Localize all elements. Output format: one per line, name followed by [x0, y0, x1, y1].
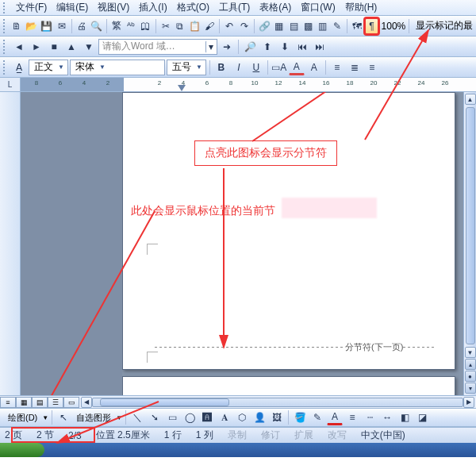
wordart-icon[interactable]: 𝐀 — [217, 410, 232, 425]
align-center-icon[interactable]: ≣ — [347, 60, 363, 75]
go-icon[interactable]: ➜ — [219, 39, 235, 55]
char-border-icon[interactable]: ▭A — [271, 60, 287, 75]
arrow-icon[interactable]: ➘ — [147, 410, 163, 425]
underline-button[interactable]: U — [248, 60, 264, 75]
research-icon[interactable]: 🕮 — [139, 18, 152, 34]
font-color-icon[interactable]: A — [327, 410, 343, 425]
menu-edit[interactable]: 编辑(E) — [52, 0, 93, 16]
web-view-icon[interactable]: ▦ — [16, 397, 32, 408]
scroll-down-icon[interactable]: ▼ — [465, 347, 476, 358]
forward-icon[interactable]: ► — [29, 39, 44, 55]
stop-icon[interactable]: ■ — [46, 39, 62, 55]
autoshapes-menu[interactable]: 自选图形 — [73, 412, 114, 424]
status-column[interactable]: 1 列 — [196, 429, 213, 442]
status-language[interactable]: 中文(中国) — [361, 429, 405, 442]
oval-icon[interactable]: ◯ — [182, 410, 198, 425]
find-icon[interactable]: 🔎 — [242, 39, 258, 55]
textbox-icon[interactable]: 🅰 — [199, 410, 215, 425]
status-record[interactable]: 录制 — [228, 429, 247, 442]
format-painter-icon[interactable]: 🖌 — [203, 18, 216, 34]
simplified-traditional-icon[interactable]: 繁 — [110, 18, 123, 34]
chevron-down-icon[interactable]: ▾ — [205, 40, 217, 53]
draw-menu[interactable]: 绘图(D) — [5, 412, 40, 424]
highlight-icon[interactable]: A — [306, 60, 322, 75]
menu-tools[interactable]: 工具(T) — [214, 0, 255, 16]
save-icon[interactable]: 💾 — [40, 18, 53, 34]
horizontal-ruler[interactable]: L 8 6 4 2 2 4 6 8 10 12 14 16 18 20 22 2… — [0, 78, 476, 92]
goto-input[interactable]: 请输入Word 域… ▾ — [98, 39, 217, 55]
show-hide-marks-icon[interactable]: ¶ — [365, 18, 378, 34]
outline-view-icon[interactable]: ☰ — [48, 397, 63, 408]
normal-view-icon[interactable]: ≡ — [0, 397, 16, 408]
status-section[interactable]: 2 节 — [36, 429, 54, 442]
paste-icon[interactable]: 📋 — [188, 18, 202, 34]
browse-object-icon[interactable]: ● — [465, 371, 476, 382]
align-left-icon[interactable]: ≡ — [329, 60, 345, 75]
horizontal-scrollbar[interactable]: ◀ ▶ — [79, 396, 476, 408]
styles-pane-icon[interactable]: A̲ — [11, 60, 27, 75]
toolbar-grip[interactable] — [3, 60, 8, 75]
back-icon[interactable]: ◄ — [11, 39, 27, 55]
browse-next-icon[interactable]: ▾ — [465, 383, 476, 394]
reading-view-icon[interactable]: ▭ — [63, 397, 79, 408]
undo-icon[interactable]: ↶ — [223, 18, 236, 34]
print-view-icon[interactable]: ▤ — [32, 397, 48, 408]
picture-icon[interactable]: 🖼 — [269, 410, 285, 425]
bookmark-down-icon[interactable]: ⬇ — [277, 39, 293, 55]
last-icon[interactable]: ⏭ — [312, 39, 328, 55]
print-preview-icon[interactable]: 🔍 — [90, 18, 103, 34]
fill-color-icon[interactable]: 🪣 — [292, 410, 308, 425]
diagram-icon[interactable]: ⬡ — [234, 410, 250, 425]
open-icon[interactable]: 📂 — [25, 18, 38, 34]
tables-borders-icon[interactable]: ▦ — [273, 18, 286, 34]
mail-icon[interactable]: ✉ — [55, 18, 67, 34]
bookmark-up-icon[interactable]: ⬆ — [259, 39, 275, 55]
font-combo[interactable]: 宋体▼ — [70, 60, 165, 75]
tab-selector[interactable]: L — [0, 78, 21, 91]
status-revisions[interactable]: 修订 — [261, 429, 280, 442]
menu-view[interactable]: 视图(V) — [93, 0, 134, 16]
toolbar-grip[interactable] — [3, 40, 8, 54]
line-color-icon[interactable]: ✎ — [309, 410, 325, 425]
align-right-icon[interactable]: ≡ — [364, 60, 380, 75]
menu-table[interactable]: 表格(A) — [255, 0, 296, 16]
insert-table-icon[interactable]: ▤ — [287, 18, 300, 34]
bold-button[interactable]: B — [213, 60, 229, 75]
menu-help[interactable]: 帮助(H) — [340, 0, 382, 16]
menu-window[interactable]: 窗口(W) — [296, 0, 340, 16]
style-combo[interactable]: 正文▼ — [29, 60, 68, 75]
copy-icon[interactable]: ⧉ — [174, 18, 186, 34]
toolbar-grip[interactable] — [3, 2, 8, 13]
zoom-combo[interactable]: 100% — [380, 21, 406, 32]
status-position[interactable]: 位置 2.5厘米 — [96, 429, 150, 442]
vertical-ruler[interactable] — [0, 92, 21, 395]
arrow-style-icon[interactable]: ↔ — [379, 410, 395, 425]
shadow-icon[interactable]: ◧ — [397, 410, 413, 425]
status-page-of[interactable]: 2/3 — [68, 430, 82, 441]
insert-worksheet-icon[interactable]: ▩ — [301, 18, 314, 34]
spellcheck-icon[interactable]: ᴬᵇ — [125, 18, 137, 34]
columns-icon[interactable]: ▥ — [317, 18, 329, 34]
scroll-right-icon[interactable]: ▶ — [463, 397, 474, 408]
first-icon[interactable]: ⏮ — [294, 39, 310, 55]
status-page[interactable]: 2 页 — [5, 429, 22, 442]
browse-up-icon[interactable]: ▲ — [63, 39, 79, 55]
scroll-left-icon[interactable]: ◀ — [81, 397, 92, 408]
page-2[interactable] — [122, 376, 455, 395]
menu-file[interactable]: 文件(F) — [11, 0, 52, 16]
page-1[interactable]: 点亮此图标会显示分节符 此处会显示鼠标位置的当前节 分节符(下一页) — [122, 92, 455, 370]
drawing-icon[interactable]: ✎ — [331, 18, 344, 34]
menu-format[interactable]: 格式(O) — [172, 0, 214, 16]
line-style-icon[interactable]: ≡ — [344, 410, 360, 425]
char-shading-icon[interactable]: A — [289, 60, 305, 75]
3d-icon[interactable]: ◪ — [414, 410, 430, 425]
scroll-thumb[interactable] — [100, 398, 229, 406]
line-icon[interactable]: ＼ — [129, 410, 145, 425]
start-button[interactable] — [0, 443, 44, 457]
document-map-icon[interactable]: 🗺 — [351, 18, 363, 34]
browse-prev-icon[interactable]: ▴ — [465, 359, 476, 370]
font-size-combo[interactable]: 五号▼ — [167, 60, 206, 75]
print-icon[interactable]: 🖨 — [75, 18, 88, 34]
browse-down-icon[interactable]: ▼ — [81, 39, 97, 55]
cut-icon[interactable]: ✂ — [159, 18, 171, 34]
